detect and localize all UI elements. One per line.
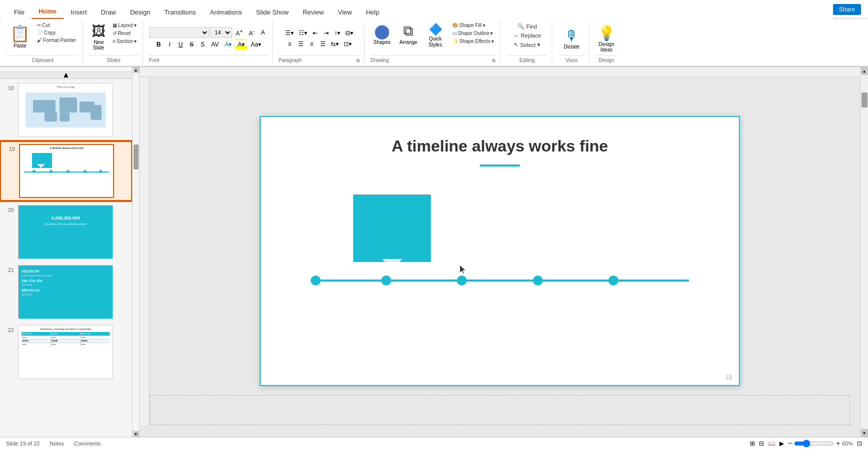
shapes-button[interactable]: ⬤ Shapes — [371, 22, 394, 46]
zoom-out-button[interactable]: − — [788, 440, 792, 447]
slide-thumbnail-21: 333,000.00 Lorem ipsum dolor sit amet 24… — [18, 265, 113, 319]
font-name-select[interactable] — [149, 27, 209, 38]
tab-insert[interactable]: Insert — [64, 6, 94, 19]
timeline-dot-1[interactable] — [311, 276, 321, 286]
tab-transitions[interactable]: Transitions — [157, 6, 203, 19]
main-scrollbar[interactable]: ▲ ▼ — [860, 67, 868, 437]
copy-button[interactable]: 📄 Copy — [35, 30, 78, 36]
slide-item-18[interactable]: 18 This is a map — [0, 81, 132, 139]
decrease-font-button[interactable]: A- — [246, 27, 257, 38]
arrange-icon: ⧉ — [403, 23, 413, 40]
tab-design[interactable]: Design — [123, 6, 157, 19]
layout-button[interactable]: ▦ Layout ▾ — [111, 22, 139, 28]
strikethrough-button[interactable]: S — [187, 39, 197, 50]
content-area: A timeline always works fine — [140, 67, 860, 437]
slide-rectangle[interactable] — [353, 194, 431, 262]
convert-to-smartart-button[interactable]: ⊡▾ — [342, 39, 354, 49]
bullets-button[interactable]: ☰▾ — [283, 28, 296, 38]
shape-fill-button[interactable]: 🎨 Shape Fill ▾ — [450, 22, 496, 28]
text-highlight-button[interactable]: A▾ — [235, 39, 247, 50]
design-ideas-button[interactable]: 💡 DesignIdeas — [596, 23, 617, 54]
clear-format-button[interactable]: A — [258, 27, 268, 38]
quick-styles-button[interactable]: 🔷 Quick Styles — [423, 22, 447, 49]
drawing-expand-icon[interactable]: ⊞ — [492, 58, 496, 63]
tab-help[interactable]: Help — [359, 6, 386, 19]
replace-button[interactable]: ↔ Replace — [510, 32, 544, 40]
tab-draw[interactable]: Draw — [94, 6, 123, 19]
tab-review[interactable]: Review — [296, 6, 331, 19]
comments-button[interactable]: Comments — [74, 440, 101, 446]
paragraph-expand-icon[interactable]: ⊞ — [356, 58, 360, 63]
bold-button[interactable]: B — [154, 39, 164, 50]
align-right-button[interactable]: ≡ — [307, 39, 317, 49]
paste-button[interactable]: 📋 Paste — [7, 22, 33, 50]
font-size-select[interactable]: 14 — [210, 27, 232, 38]
main-scroll-thumb[interactable] — [861, 92, 867, 108]
slide-panel: ▲ 18 This is a map 19 — [0, 67, 133, 437]
font-color-button[interactable]: A▾ — [222, 39, 234, 50]
tab-file[interactable]: File — [7, 6, 32, 19]
panel-scroll-up[interactable]: ▲ — [133, 67, 139, 73]
paste-label: Paste — [14, 43, 27, 48]
slide-canvas[interactable]: A timeline always works fine — [260, 116, 740, 386]
slide-info: Slide 19 of 22 — [6, 440, 40, 446]
shape-outline-button[interactable]: ▭ Shape Outline ▾ — [450, 30, 496, 36]
slide-item-20[interactable]: 20 4,498,300,000 By surface with you sub… — [0, 203, 132, 261]
fit-to-window-button[interactable]: ⊡ — [857, 440, 862, 447]
main-scroll-track[interactable] — [861, 75, 868, 429]
scroll-up-button[interactable]: ▲ — [0, 71, 132, 79]
cut-button[interactable]: ✂ Cut — [35, 22, 78, 28]
tab-view[interactable]: View — [331, 6, 359, 19]
line-spacing-button[interactable]: ↕▾ — [332, 28, 342, 38]
font-case-button[interactable]: Aa▾ — [248, 39, 264, 50]
arrange-button[interactable]: ⧉ Arrange — [396, 22, 420, 46]
increase-indent-button[interactable]: ⇥ — [321, 28, 331, 38]
decrease-indent-button[interactable]: ⇤ — [310, 28, 320, 38]
dictate-button[interactable]: 🎙 Dictate — [562, 26, 581, 52]
char-spacing-button[interactable]: AV — [209, 39, 221, 50]
share-button[interactable]: Share — [833, 4, 861, 15]
new-slide-button[interactable]: 🖼 NewSlide — [89, 22, 109, 52]
italic-button[interactable]: I — [165, 39, 175, 50]
align-center-button[interactable]: ☰ — [296, 39, 306, 49]
numbering-button[interactable]: ☷▾ — [297, 28, 309, 38]
timeline-dot-5[interactable] — [608, 276, 618, 286]
slide-thumbnail-18: This is a map — [18, 83, 113, 137]
zoom-in-button[interactable]: + — [836, 440, 840, 447]
panel-scroll-down[interactable]: ▼ — [133, 431, 139, 437]
columns-button[interactable]: ⊟▾ — [343, 28, 355, 38]
increase-font-button[interactable]: A+ — [233, 27, 245, 38]
align-left-button[interactable]: ≡ — [285, 39, 295, 49]
find-button[interactable]: 🔍 Find — [514, 22, 540, 30]
reset-button[interactable]: ↺ Reset — [111, 30, 139, 36]
shadow-button[interactable]: S — [198, 39, 208, 50]
section-button[interactable]: ≡ Section ▾ — [111, 38, 139, 44]
justify-button[interactable]: ☰ — [318, 39, 328, 49]
zoom-slider[interactable] — [794, 440, 834, 448]
panel-scroll-track[interactable] — [133, 73, 139, 431]
notes-button[interactable]: Notes — [50, 440, 64, 446]
underline-button[interactable]: U — [176, 39, 186, 50]
panel-scroll-thumb[interactable] — [134, 144, 139, 170]
reading-view-button[interactable]: 📖 — [768, 440, 775, 447]
slideshow-button[interactable]: ▶ — [779, 440, 784, 447]
panel-scrollbar[interactable]: ▲ ▼ — [133, 67, 140, 437]
tab-home[interactable]: Home — [32, 4, 64, 19]
format-painter-button[interactable]: 🖌 Format Painter — [35, 37, 78, 44]
timeline-dot-2[interactable] — [381, 276, 391, 286]
select-button[interactable]: ↖ Select ▾ — [511, 40, 544, 49]
slide-item-21[interactable]: 21 333,000.00 Lorem ipsum dolor sit amet… — [0, 263, 132, 321]
slide-item-19[interactable]: 19 A timeline always works fine — [0, 141, 132, 201]
tab-animations[interactable]: Animations — [203, 6, 249, 19]
slide-item-22[interactable]: 22 Sometimes, reviewing concepts is a go… — [0, 323, 132, 381]
slide-sorter-button[interactable]: ⊟ — [759, 440, 764, 447]
timeline-dot-3[interactable] — [457, 276, 467, 286]
slide-accent-line — [480, 164, 520, 166]
text-direction-button[interactable]: ⇆▾ — [329, 39, 341, 49]
timeline-dot-4[interactable] — [533, 276, 543, 286]
shape-effects-button[interactable]: ✨ Shape Effects ▾ — [450, 38, 496, 44]
main-scroll-down[interactable]: ▼ — [861, 429, 868, 437]
main-scroll-up[interactable]: ▲ — [861, 67, 868, 75]
normal-view-button[interactable]: ⊞ — [750, 440, 755, 447]
tab-slideshow[interactable]: Slide Show — [249, 6, 296, 19]
